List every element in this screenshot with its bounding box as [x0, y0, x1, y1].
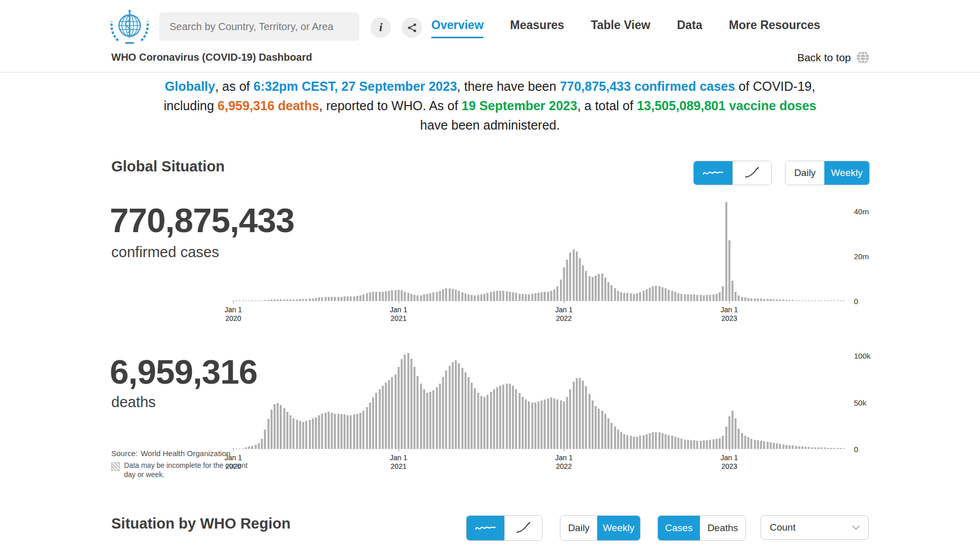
bar — [763, 441, 765, 449]
bar — [643, 435, 645, 449]
bar — [305, 421, 307, 449]
daily-toggle-global[interactable]: Daily — [786, 161, 824, 185]
bar — [579, 258, 581, 301]
bar — [604, 278, 606, 301]
bar — [471, 295, 473, 301]
nav-item-overview[interactable]: Overview — [431, 18, 483, 38]
bar — [738, 429, 740, 449]
bar — [754, 298, 756, 301]
deaths-chart[interactable]: 050k100kJan 12020Jan 12021Jan 12022Jan 1… — [232, 352, 845, 449]
summary-segment: , there have been — [457, 79, 560, 93]
bar — [525, 399, 527, 449]
bar — [299, 299, 301, 301]
bar — [362, 294, 364, 301]
bar — [553, 398, 555, 449]
bar — [347, 415, 349, 449]
bar — [309, 420, 311, 449]
cases-toggle[interactable]: Cases — [658, 516, 700, 540]
bar — [359, 413, 361, 449]
bar — [404, 292, 406, 302]
bar — [563, 402, 565, 449]
bar — [801, 446, 803, 449]
confirmed-cases-chart[interactable]: 020m40mJan 12020Jan 12021Jan 12022Jan 12… — [232, 200, 845, 301]
bar — [245, 300, 247, 301]
bar — [716, 294, 718, 302]
bar — [795, 300, 797, 302]
count-dropdown[interactable]: Count — [761, 515, 869, 540]
bar — [833, 448, 835, 449]
bar-wave-chart-toggle[interactable] — [694, 161, 732, 185]
bar — [525, 294, 527, 301]
bar — [824, 447, 826, 449]
bar — [731, 411, 733, 449]
wave-icon — [702, 167, 724, 179]
bar — [807, 300, 810, 301]
bar — [375, 292, 377, 301]
cumulative-line-chart-toggle-region[interactable] — [504, 516, 542, 540]
hatch-swatch-icon — [111, 462, 120, 471]
bar — [493, 291, 495, 301]
bar — [830, 448, 832, 449]
bar — [566, 397, 568, 449]
chevron-down-icon — [851, 522, 861, 533]
bar — [585, 386, 587, 449]
bar — [646, 289, 648, 301]
weekly-toggle-global[interactable]: Weekly — [824, 161, 869, 185]
bar — [449, 366, 451, 449]
bar — [522, 294, 524, 301]
nav-item-more-resources[interactable]: More Resources — [729, 18, 820, 37]
bar — [738, 295, 740, 301]
cumulative-line-chart-toggle[interactable] — [732, 161, 771, 185]
bar — [776, 443, 778, 449]
bar — [531, 294, 533, 301]
x-axis-tick — [233, 301, 234, 304]
deaths-toggle[interactable]: Deaths — [700, 516, 745, 540]
bar — [496, 291, 498, 301]
bar — [416, 376, 419, 449]
bar — [693, 294, 695, 301]
summary-segment: 13,505,089,801 vaccine doses — [637, 98, 817, 113]
bar — [277, 403, 279, 449]
bar — [251, 300, 253, 301]
bar — [289, 415, 291, 449]
bar — [261, 300, 263, 301]
bar — [255, 300, 257, 301]
daily-toggle-region[interactable]: Daily — [560, 516, 597, 540]
bar — [620, 432, 622, 449]
bar — [573, 382, 575, 449]
x-axis-tick — [564, 449, 565, 452]
nav-item-measures[interactable]: Measures — [510, 18, 564, 37]
bar — [388, 291, 390, 301]
bar — [353, 296, 355, 301]
bar-wave-chart-toggle-region[interactable] — [467, 516, 504, 540]
bar — [401, 359, 403, 449]
bar — [700, 441, 702, 449]
dashboard-title: WHO Coronavirus (COVID-19) Dashboard — [111, 52, 312, 63]
bar — [458, 291, 460, 301]
search-input[interactable] — [159, 12, 359, 41]
bar — [413, 295, 415, 301]
nav-item-data[interactable]: Data — [677, 18, 702, 37]
bar — [391, 377, 393, 449]
bar — [633, 437, 635, 449]
curve-icon — [515, 522, 532, 534]
bar — [248, 300, 250, 301]
bar — [331, 297, 333, 301]
bar — [423, 389, 425, 449]
bar — [703, 295, 705, 301]
bar — [690, 294, 692, 301]
bar — [725, 427, 727, 449]
bar — [782, 299, 785, 301]
weekly-toggle-region[interactable]: Weekly — [597, 516, 640, 540]
bar — [763, 299, 765, 301]
bar — [709, 440, 711, 449]
share-button[interactable] — [402, 17, 422, 38]
nav-item-table-view[interactable]: Table View — [591, 18, 650, 37]
info-button[interactable]: i — [371, 17, 391, 38]
x-axis-tick — [564, 301, 565, 304]
bar — [461, 292, 463, 301]
bar — [528, 402, 530, 449]
back-to-top-button[interactable]: Back to top — [797, 51, 870, 64]
x-axis-label: Jan 12022 — [544, 306, 584, 323]
bar — [792, 445, 794, 449]
